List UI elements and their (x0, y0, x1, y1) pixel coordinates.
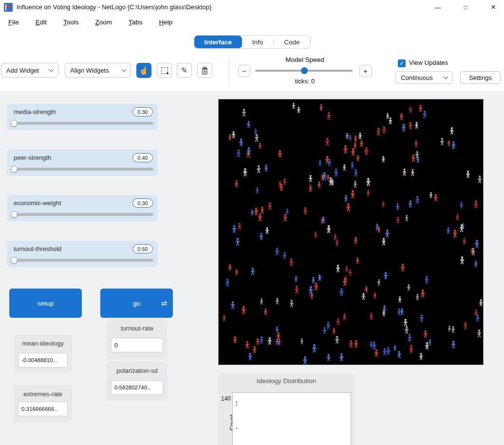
person-agent (447, 140, 451, 146)
go-button-label: go (133, 300, 140, 307)
person-agent (283, 214, 288, 221)
person-agent (459, 224, 464, 232)
plot-ideology-distribution[interactable]: Ideology Distribution 140 Count (218, 373, 355, 445)
person-agent (382, 310, 386, 316)
slider-value: 0.50 (132, 244, 153, 253)
person-agent (275, 298, 280, 305)
slider-handle[interactable] (11, 211, 18, 218)
tab-interface[interactable]: Interface (194, 36, 242, 48)
person-agent (267, 202, 272, 210)
align-widgets-dropdown[interactable]: Align Widgets (65, 63, 131, 77)
slider-track[interactable] (11, 259, 153, 262)
menu-zoom[interactable]: Zoom (90, 16, 118, 28)
tab-code[interactable]: Code (274, 36, 310, 48)
marquee-select-button[interactable] (157, 63, 172, 78)
person-agent (455, 214, 460, 221)
person-agent (258, 213, 262, 221)
person-agent (335, 240, 339, 246)
person-agent (349, 340, 354, 348)
speed-faster-button[interactable]: + (359, 65, 372, 77)
person-agent (424, 276, 429, 284)
select-hand-tool-button[interactable]: ☝ (136, 63, 151, 78)
menu-tabs[interactable]: Tabs (123, 16, 149, 28)
slider-track[interactable] (11, 122, 153, 125)
menu-tools[interactable]: Tools (57, 16, 85, 28)
update-mode-dropdown[interactable]: Continuous (395, 71, 453, 84)
go-button[interactable]: go ⇄ (100, 289, 173, 318)
person-agent (303, 207, 308, 215)
plot-pen-mark (236, 405, 237, 406)
person-agent (336, 318, 340, 325)
model-speed-handle[interactable] (301, 67, 308, 74)
person-agent (402, 169, 407, 176)
speed-slower-button[interactable]: − (238, 65, 250, 77)
person-agent (350, 162, 355, 169)
menu-edit[interactable]: Edit (30, 16, 53, 28)
person-agent (318, 160, 322, 166)
slider-track[interactable] (11, 168, 153, 171)
update-mode-value: Continuous (401, 74, 433, 81)
maximize-button[interactable]: □ (454, 0, 477, 15)
forever-loop-icon: ⇄ (161, 299, 167, 307)
person-agent (332, 328, 336, 334)
ticks-counter: ticks: 0 (249, 77, 360, 85)
person-agent (451, 341, 456, 348)
add-widget-dropdown[interactable]: Add Widget (1, 63, 58, 77)
person-agent (374, 349, 379, 357)
person-agent (386, 347, 391, 355)
person-agent (477, 329, 482, 337)
person-agent (395, 203, 400, 210)
person-agent (346, 203, 351, 212)
person-agent (422, 111, 427, 118)
person-agent (479, 299, 483, 307)
setup-button[interactable]: setup (9, 289, 82, 318)
edit-widget-button[interactable]: ✎ (177, 63, 192, 78)
person-agent (234, 180, 239, 188)
slider-label: peer-strength (14, 154, 51, 161)
view-updates-checkbox[interactable]: ✓ (398, 59, 406, 67)
person-agent (275, 327, 279, 332)
monitor-label: polarization-sd (107, 367, 168, 374)
plot-area (232, 392, 351, 445)
person-agent (302, 356, 308, 365)
menu-help[interactable]: Help (153, 16, 179, 28)
person-agent (356, 155, 360, 161)
person-agent (474, 240, 480, 248)
menu-file[interactable]: File (2, 16, 25, 28)
person-agent (471, 248, 476, 255)
person-agent (376, 128, 381, 135)
marquee-select-icon (161, 67, 168, 74)
person-agent (334, 169, 339, 177)
world-view[interactable] (218, 99, 484, 365)
person-agent (327, 159, 332, 166)
slider-handle[interactable] (11, 120, 18, 127)
slider-track[interactable] (11, 213, 153, 216)
person-agent (308, 175, 313, 182)
tab-info[interactable]: Info (242, 36, 274, 48)
person-agent (425, 342, 429, 350)
slider-handle[interactable] (11, 257, 18, 264)
person-agent (326, 225, 331, 233)
person-agent (317, 181, 321, 188)
person-agent (289, 258, 294, 266)
person-agent (319, 104, 323, 111)
person-agent (308, 286, 314, 294)
person-agent (339, 353, 344, 362)
person-agent (282, 252, 287, 259)
person-agent (429, 192, 433, 198)
person-agent (474, 261, 478, 267)
close-button[interactable]: × (482, 0, 504, 15)
person-agent (326, 354, 331, 361)
delete-widget-button[interactable] (197, 63, 212, 78)
settings-button[interactable]: Settings (460, 71, 501, 84)
minimize-button[interactable]: — (427, 0, 449, 15)
person-agent (355, 257, 360, 264)
person-agent (312, 344, 317, 352)
person-agent (398, 296, 402, 303)
person-agent (415, 151, 420, 158)
person-agent (419, 314, 424, 322)
monitor-label: extremes-rate (14, 390, 72, 398)
slider-handle[interactable] (11, 166, 18, 173)
person-agent (222, 315, 226, 321)
person-agent (275, 338, 280, 345)
